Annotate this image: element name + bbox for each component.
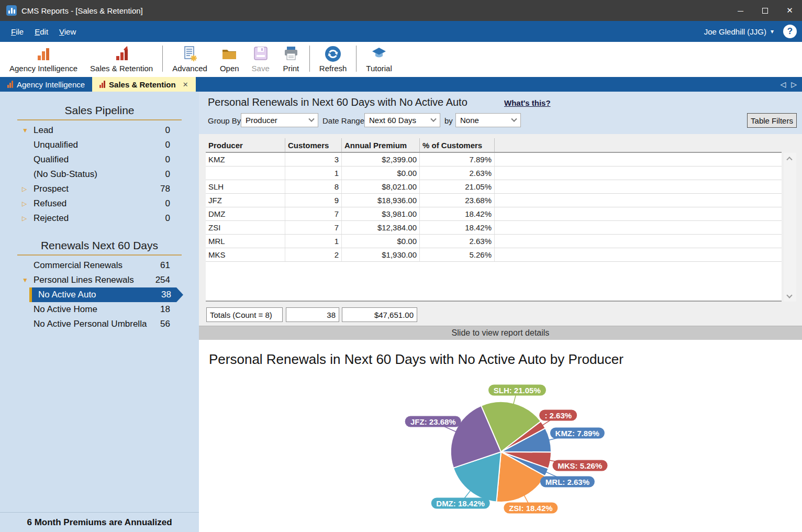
sidebar-item-count: 0 xyxy=(165,125,170,136)
expander-collapsed-icon[interactable]: ▷ xyxy=(22,215,34,222)
expander-collapsed-icon[interactable]: ▷ xyxy=(22,200,34,207)
table-cell: DMZ xyxy=(206,207,285,220)
sidebar-item-rejected[interactable]: ▷Rejected0 xyxy=(0,211,199,226)
pie-chart xyxy=(199,340,802,532)
tab-scroll-left-icon[interactable]: ◁ xyxy=(780,80,786,88)
sidebar-item-lead[interactable]: ▼Lead0 xyxy=(0,123,199,138)
toolbar-item-label: Refresh xyxy=(319,64,347,73)
report-splitter[interactable]: Slide to view report details xyxy=(199,326,802,340)
sidebar-item-label: Lead xyxy=(34,125,53,136)
scroll-up-icon[interactable] xyxy=(787,156,793,161)
toolbar-tutorial-button[interactable]: Tutorial xyxy=(360,42,398,75)
sidebar-item-qualified[interactable]: Qualified0 xyxy=(0,152,199,167)
maximize-button[interactable] xyxy=(753,0,777,21)
date-range-select[interactable]: Next 60 Days xyxy=(364,113,440,127)
scroll-down-icon[interactable] xyxy=(787,293,793,298)
app-logo-icon xyxy=(6,5,17,16)
table-scrollbar[interactable] xyxy=(784,153,796,302)
toolbar: Agency Intelligence Sales & Retention Ad… xyxy=(0,42,802,77)
table-row[interactable]: JFZ9$18,936.0023.68% xyxy=(206,194,782,207)
table-cell xyxy=(495,221,782,234)
menu-edit[interactable]: Edit xyxy=(35,27,48,36)
sidebar-item-label: Rejected xyxy=(34,213,69,224)
tab-sales-retention[interactable]: Sales & Retention ✕ xyxy=(92,77,195,92)
document-sparkle-icon xyxy=(181,45,199,63)
sidebar-item-label: Personal Lines Renewals xyxy=(34,275,134,285)
menu-view[interactable]: View xyxy=(59,27,76,36)
table-row[interactable]: KMZ3$2,399.007.89% xyxy=(206,153,782,167)
toolbar-open-button[interactable]: Open xyxy=(214,42,246,75)
sidebar-item-commercial-renewals[interactable]: Commercial Renewals61 xyxy=(0,258,199,273)
pie-label-pointer-line xyxy=(544,471,563,480)
bar-chart-orange-icon xyxy=(35,45,52,63)
table-cell: 8 xyxy=(285,180,342,193)
by-label: by xyxy=(444,116,453,125)
folder-icon xyxy=(220,45,238,63)
chevron-down-icon[interactable]: ▾ xyxy=(771,28,774,35)
minimize-button[interactable]: ─ xyxy=(728,0,753,21)
close-button[interactable]: ✕ xyxy=(777,0,802,21)
toolbar-save-button[interactable]: Save xyxy=(246,42,276,75)
table-cell: 2.63% xyxy=(420,235,495,248)
column-header-annual-premium[interactable]: Annual Premium xyxy=(342,138,420,152)
sidebar-item-unqualified[interactable]: Unqualified0 xyxy=(0,138,199,152)
sidebar-item-refused[interactable]: ▷Refused0 xyxy=(0,196,199,211)
help-button[interactable]: ? xyxy=(783,25,797,38)
table-cell: ZSI xyxy=(206,221,285,234)
toolbar-separator xyxy=(162,46,163,72)
expander-expanded-icon[interactable]: ▼ xyxy=(22,127,34,134)
tab-agency-intelligence[interactable]: Agency Intelligence xyxy=(0,77,92,92)
toolbar-refresh-button[interactable]: Refresh xyxy=(313,42,353,75)
toolbar-sales-retention-button[interactable]: Sales & Retention xyxy=(84,42,159,75)
column-header-pct-customers[interactable]: % of Customers xyxy=(420,138,495,152)
sidebar-item-no-active-auto[interactable]: No Active Auto38 xyxy=(29,287,176,302)
splitter-label: Slide to view report details xyxy=(452,328,550,338)
table-filters-button[interactable]: Table Filters xyxy=(747,113,797,128)
sidebar-item-label: (No Sub-Status) xyxy=(34,169,97,180)
table-cell: KMZ xyxy=(206,153,285,166)
table-cell xyxy=(495,207,782,220)
sidebar-item-no-active-home[interactable]: No Active Home18 xyxy=(0,302,199,317)
table-row[interactable]: DMZ7$3,981.0018.42% xyxy=(206,207,782,221)
toolbar-item-label: Print xyxy=(283,64,299,73)
table-row[interactable]: MRL1$0.002.63% xyxy=(206,235,782,248)
menu-file[interactable]: File xyxy=(11,27,24,36)
column-header-producer[interactable]: Producer xyxy=(206,138,285,152)
table-cell: 7 xyxy=(285,221,342,234)
sidebar-item-count: 0 xyxy=(165,169,170,180)
sidebar-item-no-active-personal-umbrella[interactable]: No Active Personal Umbrella56 xyxy=(0,317,199,331)
table-cell xyxy=(495,248,782,261)
expander-collapsed-icon[interactable]: ▷ xyxy=(22,185,34,193)
column-header-customers[interactable]: Customers xyxy=(285,138,342,152)
chart-region: Personal Renewals in Next 60 Days with N… xyxy=(199,340,802,532)
title-bar: CMS Reports - [Sales & Retention] ─ ✕ xyxy=(0,0,802,21)
sidebar: Sales Pipeline▼Lead0Unqualified0Qualifie… xyxy=(0,92,199,532)
toolbar-agency-intelligence-button[interactable]: Agency Intelligence xyxy=(3,42,84,75)
by-select[interactable]: None xyxy=(455,113,521,127)
pie-label-pointer-line xyxy=(548,460,575,464)
whats-this-link[interactable]: What's this? xyxy=(504,98,551,107)
table-row[interactable]: MKS2$1,930.005.26% xyxy=(206,248,782,262)
sidebar-item-count: 0 xyxy=(165,198,170,209)
sidebar-item-prospect[interactable]: ▷Prospect78 xyxy=(0,182,199,196)
table-row[interactable]: SLH8$8,021.0021.05% xyxy=(206,180,782,194)
user-menu[interactable]: Joe Gledhill (JJG) xyxy=(704,27,766,36)
section-underline xyxy=(17,254,182,256)
toolbar-item-label: Advanced xyxy=(172,64,207,73)
toolbar-advanced-button[interactable]: Advanced xyxy=(166,42,214,75)
printer-icon xyxy=(282,45,300,63)
expander-expanded-icon[interactable]: ▼ xyxy=(22,276,34,284)
report-table-region: Producer Customers Annual Premium % of C… xyxy=(199,134,802,326)
sidebar-item-personal-lines-renewals[interactable]: ▼Personal Lines Renewals254 xyxy=(0,273,199,287)
table-row[interactable]: 1$0.002.63% xyxy=(206,167,782,180)
table-cell: 5.26% xyxy=(420,248,495,261)
table-row[interactable]: ZSI7$12,384.0018.42% xyxy=(206,221,782,235)
group-by-select[interactable]: Producer xyxy=(241,113,318,127)
toolbar-print-button[interactable]: Print xyxy=(276,42,306,75)
sidebar-item-no-sub-status[interactable]: (No Sub-Status)0 xyxy=(0,167,199,182)
tab-close-icon[interactable]: ✕ xyxy=(183,81,188,88)
sidebar-item-label: No Active Auto xyxy=(38,290,96,300)
refresh-arrows-icon xyxy=(324,45,342,63)
tab-scroll-right-icon[interactable]: ▷ xyxy=(791,80,797,88)
sidebar-item-count: 78 xyxy=(160,184,170,194)
